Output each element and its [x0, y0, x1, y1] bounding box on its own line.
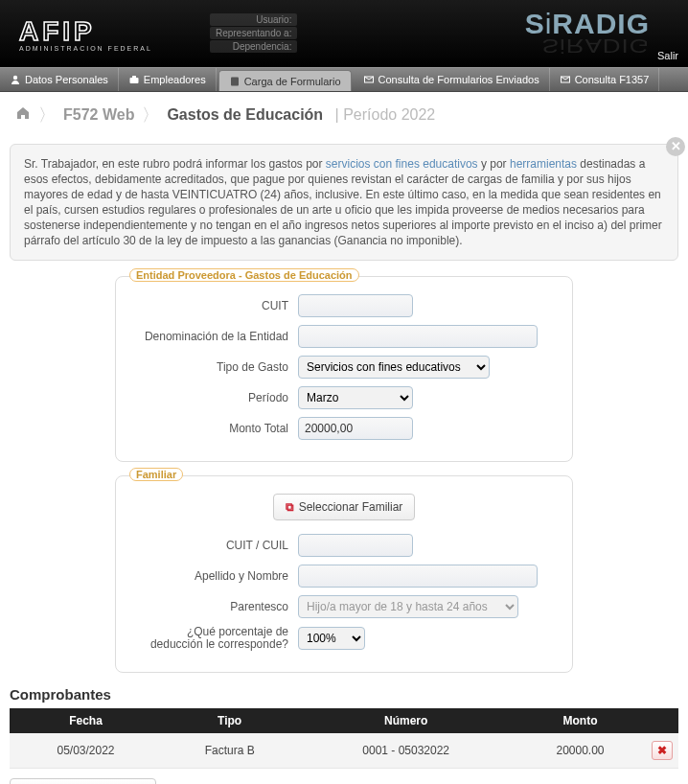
nav-empleadores[interactable]: Empleadores	[119, 68, 217, 91]
chevron-icon: 〉	[38, 104, 56, 127]
svg-point-0	[13, 76, 17, 80]
logout-link[interactable]: Salir	[657, 50, 678, 61]
svg-rect-1	[129, 78, 138, 83]
siradig-logo: SiRADIG SiRADIG	[525, 8, 650, 60]
input-nombre[interactable]	[298, 565, 538, 588]
form-icon	[229, 76, 241, 87]
label-monto: Monto Total	[135, 423, 298, 435]
select-porcentaje[interactable]: 100%	[298, 627, 365, 650]
input-monto[interactable]	[298, 417, 413, 440]
nav-carga-formulario[interactable]: Carga de Formulario	[218, 70, 352, 91]
comprobantes-section: Comprobantes Fecha Tipo Número Monto 05/…	[10, 686, 678, 769]
label-denominacion: Denominación de la Entidad	[135, 331, 298, 343]
cell-monto: 20000.00	[515, 733, 646, 769]
col-numero: Número	[297, 708, 515, 733]
info-text: y por	[478, 157, 510, 171]
nav-datos-personales[interactable]: Datos Personales	[0, 68, 119, 91]
breadcrumb-period: | Período 2022	[331, 106, 435, 124]
cell-tipo: Factura B	[162, 733, 297, 769]
select-familiar-label: Seleccionar Familiar	[299, 500, 403, 514]
delete-row-button[interactable]: ✖	[652, 741, 673, 760]
user-info: Usuario: Representando a: Dependencia:	[210, 13, 298, 54]
input-cuit-cuil[interactable]	[298, 534, 413, 557]
info-text: destinadas a esos efectos, debidamente a…	[24, 157, 662, 247]
nav-label: Consulta F1357	[575, 74, 650, 85]
label-tipo-gasto: Tipo de Gasto	[135, 361, 298, 374]
label-porcentaje: ¿Qué porcentaje de deducción le correspo…	[135, 626, 298, 651]
comprobantes-table: Fecha Tipo Número Monto 05/03/2022 Factu…	[10, 708, 678, 769]
logo-subtitle: ADMINISTRACION FEDERAL	[19, 45, 152, 52]
label-nombre: Apellido y Nombre	[135, 570, 298, 583]
comprobantes-title: Comprobantes	[10, 686, 678, 703]
app-header: AFIP ADMINISTRACION FEDERAL Usuario: Rep…	[0, 0, 688, 67]
user-icon	[10, 74, 21, 85]
label-cuit: CUIT	[135, 300, 298, 312]
nav-label: Empleadores	[144, 74, 206, 85]
info-box: ✕ Sr. Trabajador, en este rubro podrá in…	[10, 144, 678, 261]
table-row: 05/03/2022 Factura B 0001 - 05032022 200…	[10, 733, 678, 769]
info-link-herramientas[interactable]: herramientas	[510, 157, 577, 171]
fieldset-entidad: Entidad Proveedora - Gastos de Educación…	[115, 276, 573, 462]
col-monto: Monto	[515, 708, 646, 733]
home-icon[interactable]	[15, 105, 31, 125]
breadcrumb-step1[interactable]: F572 Web	[63, 106, 134, 124]
label-parentesco: Parentesco	[135, 601, 298, 613]
nav-consulta-f1357[interactable]: Consulta F1357	[550, 68, 660, 91]
col-fecha: Fecha	[10, 708, 162, 733]
breadcrumb-step2: Gastos de Educación	[167, 106, 323, 124]
close-info-button[interactable]: ✕	[666, 137, 685, 156]
breadcrumb: 〉 F572 Web 〉 Gastos de Educación | Perío…	[0, 92, 688, 138]
label-cuit-cuil: CUIT / CUIL	[135, 540, 298, 552]
info-text: Sr. Trabajador, en este rubro podrá info…	[24, 157, 326, 171]
select-parentesco[interactable]: Hijo/a mayor de 18 y hasta 24 años	[298, 595, 518, 618]
mail-icon	[560, 74, 571, 85]
info-link-servicios[interactable]: servicios con fines educativos	[326, 157, 478, 171]
legend-familiar: Familiar	[129, 468, 183, 481]
legend-entidad: Entidad Proveedora - Gastos de Educación	[129, 268, 359, 282]
briefcase-icon	[128, 74, 140, 85]
nav-label: Carga de Formulario	[244, 76, 341, 87]
user-label-repr: Representando a:	[210, 27, 298, 39]
svg-rect-2	[132, 76, 136, 79]
label-periodo: Período	[135, 392, 298, 404]
select-familiar-button[interactable]: ⧉ Seleccionar Familiar	[273, 494, 416, 520]
cell-numero: 0001 - 05032022	[297, 733, 515, 769]
nav-consulta-enviados[interactable]: Consulta de Formularios Enviados	[354, 68, 550, 91]
input-cuit[interactable]	[298, 294, 413, 317]
user-label-dep: Dependencia:	[210, 40, 298, 53]
select-tipo-gasto[interactable]: Servicios con fines educativos	[298, 356, 490, 379]
nav-label: Consulta de Formularios Enviados	[378, 74, 539, 85]
user-label-usuario: Usuario:	[210, 13, 298, 26]
fieldset-familiar: Familiar ⧉ Seleccionar Familiar CUIT / C…	[115, 475, 573, 673]
svg-rect-3	[231, 77, 239, 85]
input-denominacion[interactable]	[298, 325, 538, 348]
mail-icon	[363, 74, 375, 85]
select-periodo[interactable]: Marzo	[298, 386, 413, 409]
col-tipo: Tipo	[162, 708, 297, 733]
open-icon: ⧉	[286, 500, 294, 514]
chevron-icon: 〉	[142, 104, 159, 127]
main-nav: Datos Personales Empleadores Carga de Fo…	[0, 67, 688, 92]
nav-label: Datos Personales	[25, 74, 108, 85]
cell-fecha: 05/03/2022	[10, 733, 162, 769]
alta-comprobante-button[interactable]: ⧉ Alta de Comprobante	[10, 778, 156, 784]
afip-logo: AFIP ADMINISTRACION FEDERAL	[19, 16, 152, 52]
